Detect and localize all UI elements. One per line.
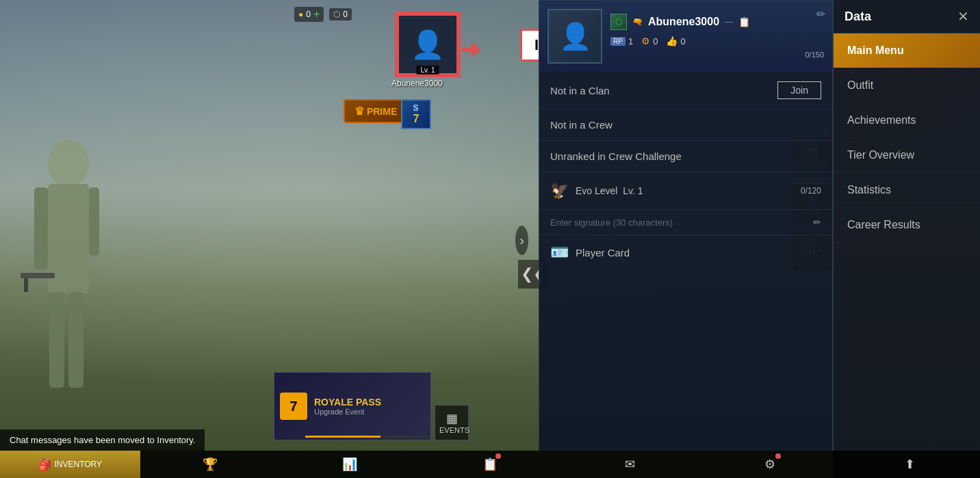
menu-item-tier-overview[interactable]: Tier Overview xyxy=(834,138,980,173)
evo-icon: 🦅 xyxy=(550,182,569,200)
profile-name-row: ⬡ 🔫 Abunene3000 — 📋 xyxy=(610,14,824,30)
signature-area: Enter signature (30 characters) ✏ xyxy=(539,210,832,235)
menu-item-statistics[interactable]: Statistics xyxy=(834,173,980,208)
evo-progress: 0/120 xyxy=(801,186,821,196)
nav-missions[interactable]: 📋 xyxy=(420,451,560,478)
rp-stat: RP 1 xyxy=(610,36,633,47)
level-badge: Lv. 1 xyxy=(417,66,439,75)
evo-label: Evo Level Lv. 1 xyxy=(576,185,643,196)
player-card-label: Player Card xyxy=(576,247,630,258)
nav-settings[interactable]: ⚙ xyxy=(700,451,840,478)
crew-challenge-section: Unranked in Crew Challenge xyxy=(539,141,832,172)
svg-rect-4 xyxy=(49,292,64,388)
character-area xyxy=(0,109,192,451)
profile-header: 👤 ⬡ 🔫 Abunene3000 — 📋 RP 1 ⚙ xyxy=(539,1,832,72)
menu-item-main-menu[interactable]: Main Menu xyxy=(834,34,980,68)
evo-row: 🦅 Evo Level Lv. 1 xyxy=(550,182,643,200)
svg-rect-3 xyxy=(89,187,99,256)
menu-item-career-results[interactable]: Career Results xyxy=(834,208,980,243)
close-button[interactable]: ✕ xyxy=(957,8,969,25)
player-name-top: Abunene3000 xyxy=(391,79,443,88)
missions-icon: 📋 xyxy=(482,457,498,472)
rp-progress-bar xyxy=(305,436,430,438)
crew-challenge-label: Unranked in Crew Challenge xyxy=(550,150,682,162)
profile-username: Abunene3000 xyxy=(648,16,719,28)
settings-dot xyxy=(775,453,781,459)
right-menu: Data ✕ Main Menu Outfit Achievements Tie… xyxy=(833,0,980,478)
prime-badge[interactable]: ♛ PRIME xyxy=(344,99,408,123)
s7-crate[interactable]: S 7 xyxy=(401,99,431,129)
nav-up[interactable]: ⬆ xyxy=(840,451,980,478)
gold-currency: ● 0 + xyxy=(294,7,324,22)
events-button[interactable]: ▦ EVENTS xyxy=(435,405,469,440)
clan-label: Not in a Clan xyxy=(550,85,610,96)
weapon-icon: 🔫 xyxy=(632,17,643,27)
svg-rect-6 xyxy=(21,273,55,278)
player-card-btn[interactable]: 🪪 Player Card xyxy=(539,235,832,269)
like-stat: 👍 0 xyxy=(666,36,685,47)
arrow-indicator: ➜ xyxy=(460,36,480,64)
events-icon: ▦ xyxy=(439,411,464,426)
player-card-icon: 🪪 xyxy=(550,243,569,261)
bottom-nav: 🎒 INVENTORY 🏆 📊 📋 ✉ ⚙ ⬆ xyxy=(0,451,980,478)
nav-trophy[interactable]: 🏆 xyxy=(140,451,281,478)
rank-badge: ⬡ xyxy=(610,14,627,30)
evo-section: 🦅 Evo Level Lv. 1 0/120 xyxy=(539,172,832,210)
join-clan-button[interactable]: Join xyxy=(777,81,821,99)
silver-currency: ⬡ 0 xyxy=(329,8,352,21)
add-gold-btn[interactable]: + xyxy=(313,8,320,21)
crew-label: Not in a Crew xyxy=(550,119,612,131)
right-menu-header: Data ✕ xyxy=(834,0,980,34)
bar-chart-icon: 📊 xyxy=(342,457,357,472)
rp-info: ROYALE PASS Upgrade Event xyxy=(314,397,381,416)
svg-point-0 xyxy=(48,140,89,187)
nav-stats-chart[interactable]: 📊 xyxy=(280,451,420,478)
avatar-icon: 👤 xyxy=(411,29,445,61)
svg-rect-5 xyxy=(68,292,83,388)
trophy-icon: 🏆 xyxy=(203,457,218,472)
menu-item-outfit[interactable]: Outfit xyxy=(834,68,980,103)
profile-panel: 👤 ⬡ 🔫 Abunene3000 — 📋 RP 1 ⚙ xyxy=(539,0,833,451)
missions-dot xyxy=(495,453,501,459)
signature-edit-btn[interactable]: ✏ xyxy=(813,217,821,228)
top-hud: ● 0 + ⬡ 0 xyxy=(294,7,352,22)
player-avatar-top[interactable]: 👤 Lv. 1 xyxy=(397,14,459,75)
mail-icon: ✉ xyxy=(625,457,635,472)
clan-section: Not in a Clan Join xyxy=(539,72,832,109)
nav-inventory[interactable]: 🎒 INVENTORY xyxy=(0,451,140,478)
royale-pass-promo[interactable]: 7 ROYALE PASS Upgrade Event xyxy=(274,372,431,440)
right-menu-title: Data xyxy=(844,10,871,24)
profile-stats-row: RP 1 ⚙ 0 👍 0 xyxy=(610,36,824,47)
up-arrow-icon: ⬆ xyxy=(905,457,915,472)
signature-placeholder: Enter signature (30 characters) xyxy=(550,217,673,228)
chat-notification: Chat messages have been moved to Invento… xyxy=(0,429,205,451)
copy-icon[interactable]: 📋 xyxy=(738,16,750,27)
settings-icon: ⚙ xyxy=(764,457,775,472)
profile-info: ⬡ 🔫 Abunene3000 — 📋 RP 1 ⚙ 0 xyxy=(610,14,824,59)
svg-rect-2 xyxy=(34,187,48,269)
profile-avatar: 👤 xyxy=(547,9,602,64)
svg-rect-7 xyxy=(24,278,28,292)
inventory-icon: 🎒 xyxy=(38,458,52,471)
star-stat: ⚙ 0 xyxy=(641,36,658,47)
profile-edit-btn[interactable]: ✏ xyxy=(816,8,825,21)
rank-progress: 0/150 xyxy=(610,51,824,59)
crew-section: Not in a Crew xyxy=(539,109,832,141)
rp-number: 7 xyxy=(280,393,307,420)
chevron-right-btn[interactable]: › xyxy=(515,226,528,255)
menu-item-achievements[interactable]: Achievements xyxy=(834,103,980,138)
nav-mail[interactable]: ✉ xyxy=(560,451,700,478)
